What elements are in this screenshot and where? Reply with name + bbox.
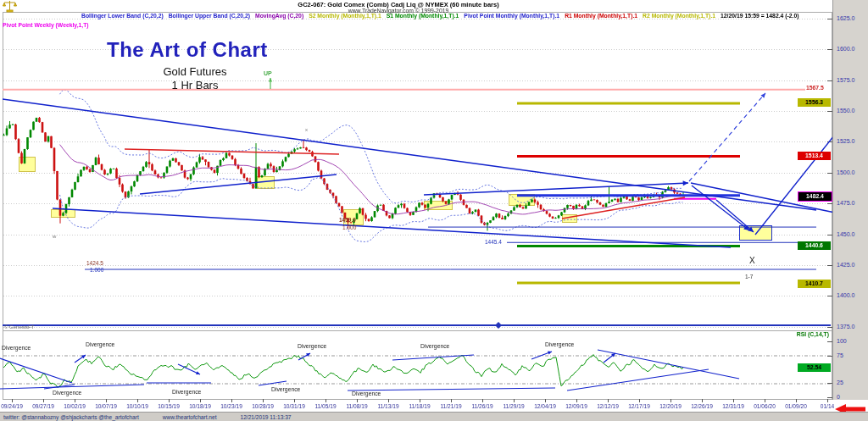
chart-annotation-label[interactable]: 1-7 <box>745 274 753 280</box>
price-badge: 1556.3 <box>798 98 831 107</box>
legend-item[interactable]: S2 Monthly (Monthly,1,T).1 <box>309 13 381 19</box>
genesis-copyright: © GenesisFT <box>4 324 34 330</box>
axis-tick-label: 100 <box>837 338 847 344</box>
watermark-subtitle-1: Gold Futures <box>127 65 263 78</box>
axis-tick-label: 1375.0 <box>837 324 854 330</box>
date-axis-label: 12/12/19 <box>591 403 625 409</box>
price-badge: 52.54 <box>798 363 831 372</box>
axis-tick-label: 1550.0 <box>837 108 854 114</box>
date-axis-label: 11/08/19 <box>340 403 374 409</box>
footer-twitter: twitter: @stannabozny @shjackcharts @the… <box>3 414 139 420</box>
legend-item[interactable]: Bollinger Lower Band (C,20,2) <box>81 13 164 19</box>
scales-logo-icon <box>3 0 17 16</box>
watermark-title: The Art of Chart <box>107 38 268 62</box>
chart-annotation-label[interactable]: w <box>53 234 56 239</box>
axis-tick-label: 1400.0 <box>837 292 854 298</box>
date-axis-label: 12/17/19 <box>622 403 656 409</box>
divergence-label[interactable]: Divergence <box>172 390 201 396</box>
rsi-indicator-label: RSI (C,14,T) <box>770 331 829 337</box>
chart-annotation-label[interactable]: 1.000 <box>342 225 356 231</box>
divergence-label[interactable]: Divergence <box>420 344 449 350</box>
date-axis-label: 11/05/19 <box>309 403 342 409</box>
legend-item[interactable]: MovingAvg (C,20) <box>255 13 303 19</box>
legend-item[interactable]: S1 Monthly (Monthly,1,T).1 <box>387 13 459 19</box>
legend-item[interactable]: Pivot Point Monthly (Monthly,1,T).1 <box>464 13 559 19</box>
indicator-legend-row: Bollinger Lower Band (C,20,2)Bollinger U… <box>81 13 795 19</box>
axis-tick-label: 1425.0 <box>837 262 854 268</box>
up-annotation-label[interactable]: UP <box>264 70 272 76</box>
date-axis-label: 09/27/19 <box>26 403 60 409</box>
date-axis-label: 12/26/19 <box>685 403 719 409</box>
axis-tick-label: 1500.0 <box>837 169 854 175</box>
date-axis-label: 10/28/19 <box>246 403 280 409</box>
axis-tick-label: 75 <box>837 352 843 358</box>
date-axis-label: 12/04/19 <box>528 403 562 409</box>
date-axis-label: 01/09/20 <box>779 403 813 409</box>
date-axis-label: 12/09/19 <box>559 403 593 409</box>
divergence-label[interactable]: Divergence <box>53 391 81 396</box>
chart-annotation-label[interactable]: 1567.5 <box>806 86 824 91</box>
legend-item[interactable]: 12/20/19 15:59 = 1482.4 (-2.0) <box>721 13 798 19</box>
date-axis-label: 11/26/19 <box>465 403 499 409</box>
date-axis-label: 11/29/19 <box>497 403 531 409</box>
divergence-label[interactable]: Divergence <box>298 344 326 350</box>
divergence-label[interactable]: Divergence <box>352 391 381 397</box>
price-badge: 1513.4 <box>798 152 831 160</box>
chart-annotation-label[interactable]: 1424.5 <box>86 261 103 267</box>
price-badge: 1440.6 <box>798 241 831 250</box>
axis-tick-label: 1600.0 <box>837 46 854 52</box>
watermark-subtitle-2: 1 Hr Bars <box>127 79 263 91</box>
price-chart-canvas[interactable] <box>0 0 868 421</box>
axis-tick-label: 0 <box>837 394 840 400</box>
date-axis-label: 10/10/19 <box>120 403 154 409</box>
date-axis-label: 12/20/19 <box>654 403 687 409</box>
divergence-label[interactable]: Divergence <box>271 387 300 393</box>
divergence-label[interactable]: Divergence <box>86 342 114 348</box>
date-axis-label: 11/21/19 <box>434 403 468 409</box>
date-axis-label: 10/15/19 <box>152 403 186 409</box>
axis-tick-label: 1450.0 <box>837 231 854 237</box>
chart-annotation-label[interactable]: 1459.0 <box>339 218 356 224</box>
footer-site: www.theartofchart.net <box>163 414 217 420</box>
price-badge: 1410.7 <box>798 280 831 288</box>
divergence-label[interactable]: Divergence <box>2 346 31 352</box>
date-axis-label: 01/06/20 <box>748 403 782 409</box>
chart-annotation-label[interactable]: x <box>305 127 308 132</box>
date-axis-label: 10/02/19 <box>58 403 92 409</box>
date-axis-label: 01/14 <box>810 403 844 409</box>
date-axis-label: 11/18/19 <box>403 403 437 409</box>
axis-tick-label: 1525.0 <box>837 138 854 144</box>
trade-navigator-window: GC2-067: Gold Comex (Comb) Cadj Liq @ NY… <box>0 0 868 421</box>
axis-tick-label: 1475.0 <box>837 200 854 206</box>
date-axis-label: 11/13/19 <box>371 403 405 409</box>
legend-item[interactable]: Pivot Point Weekly (Weekly,1,T) <box>3 22 89 28</box>
indicator-legend-row-2: Pivot Point Weekly (Weekly,1,T) <box>3 22 89 28</box>
legend-item[interactable]: R1 Monthly (Monthly,1,T).1 <box>565 13 637 19</box>
date-axis-label: 09/24/19 <box>0 403 29 409</box>
divergence-label[interactable]: Divergence <box>545 342 574 348</box>
date-axis-label: 10/07/19 <box>89 403 123 409</box>
date-axis-label: 12/31/19 <box>716 403 750 409</box>
chart-annotation-label[interactable]: 1.000 <box>90 268 103 274</box>
chart-annotation-label[interactable]: X <box>749 257 755 265</box>
footer-timestamp: 12/21/2019 11:13:37 <box>241 414 292 420</box>
legend-item[interactable]: Bollinger Upper Band (C,20,2) <box>169 13 250 19</box>
axis-tick-label: 1625.0 <box>837 15 854 21</box>
date-axis-label: 10/23/19 <box>214 403 248 409</box>
footer-bar: twitter: @stannabozny @shjackcharts @the… <box>0 412 868 421</box>
price-badge: 1482.4 <box>798 191 832 202</box>
date-axis-label: 10/18/19 <box>183 403 217 409</box>
axis-tick-label: 25 <box>837 379 843 385</box>
axis-tick-label: 1575.0 <box>837 77 854 83</box>
legend-item[interactable]: R2 Monthly (Monthly,1,T).1 <box>643 13 715 19</box>
chart-annotation-label[interactable]: 1445.4 <box>485 240 502 246</box>
date-axis-label: 10/31/19 <box>277 403 311 409</box>
